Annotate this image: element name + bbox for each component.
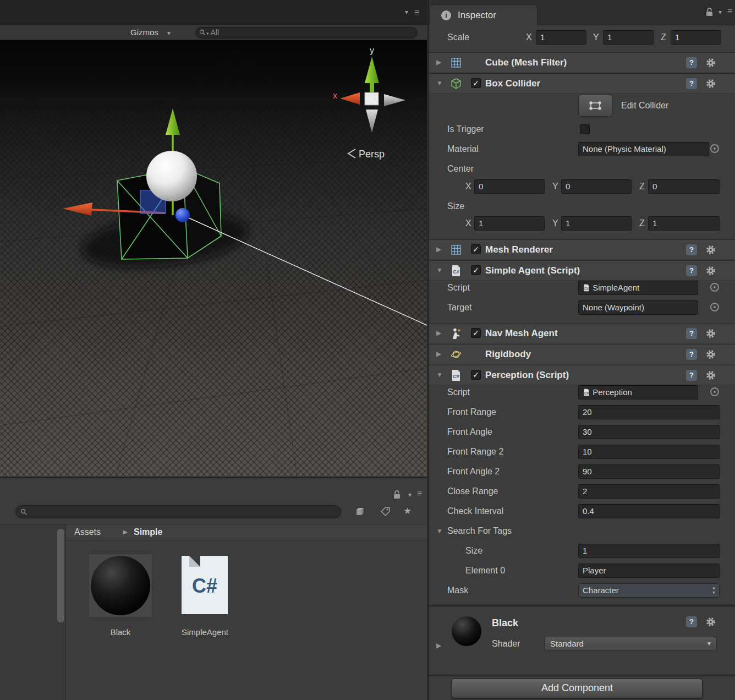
component-enabled-checkbox[interactable]: ✓ xyxy=(471,328,481,338)
gear-icon[interactable] xyxy=(706,329,716,338)
folder-tree-scrollbar[interactable] xyxy=(57,529,64,622)
persp-label[interactable]: Persp xyxy=(359,149,385,160)
foldout-closed-icon[interactable]: ▶ xyxy=(436,53,441,72)
scene-orientation-gizmo[interactable]: y x Persp xyxy=(333,46,405,160)
edit-collider-button[interactable] xyxy=(578,95,612,117)
material-foldout-icon[interactable]: ▶ xyxy=(436,638,441,653)
shader-dropdown[interactable]: Standard ▼ xyxy=(544,637,717,651)
search-by-type-icon[interactable] xyxy=(355,506,365,519)
agent-center-sphere[interactable] xyxy=(175,208,190,222)
front-range-field[interactable]: 20 xyxy=(578,405,720,419)
object-picker-icon[interactable] xyxy=(710,303,719,311)
project-search-input[interactable] xyxy=(15,505,341,518)
gear-icon[interactable] xyxy=(706,349,716,359)
gizmos-button[interactable]: Gizmos ▾ xyxy=(130,25,171,40)
save-search-star-icon[interactable]: ★ xyxy=(403,505,412,517)
front-angle-2-field[interactable]: 90 xyxy=(578,464,720,479)
project-pane-dropdown-icon[interactable]: ▾ xyxy=(408,491,412,499)
scene-search-input[interactable]: ▾All xyxy=(195,27,418,39)
help-icon[interactable]: ? xyxy=(686,57,697,68)
search-for-tags-row[interactable]: ▼ Search For Tags xyxy=(429,524,735,538)
help-icon[interactable]: ? xyxy=(686,328,697,339)
add-component-button[interactable]: Add Component xyxy=(452,679,703,698)
check-interval-field[interactable]: 0.4 xyxy=(578,504,720,518)
foldout-open-icon[interactable]: ▼ xyxy=(436,74,443,93)
scene-pane-dropdown-icon[interactable]: ▾ xyxy=(405,0,408,25)
asset-simpleagent-script[interactable]: C# xyxy=(182,556,228,614)
help-icon[interactable]: ? xyxy=(686,78,697,89)
search-by-label-icon[interactable] xyxy=(380,506,391,519)
orientation-down-cone[interactable] xyxy=(366,110,378,133)
help-icon[interactable]: ? xyxy=(686,244,697,255)
inspector-lock-icon[interactable] xyxy=(705,7,714,19)
tags-size-field[interactable]: 1 xyxy=(578,544,720,558)
component-enabled-checkbox[interactable]: ✓ xyxy=(471,78,481,88)
size-z-field[interactable]: 1 xyxy=(648,216,720,231)
project-pane-menu-icon[interactable]: ≡ xyxy=(417,489,422,499)
asset-black-material[interactable] xyxy=(89,554,152,617)
close-range-field[interactable]: 2 xyxy=(578,484,720,499)
foldout-closed-icon[interactable]: ▶ xyxy=(436,324,441,343)
gear-icon[interactable] xyxy=(706,245,716,255)
element0-field[interactable]: Player xyxy=(578,564,720,578)
foldout-open-icon[interactable]: ▼ xyxy=(436,524,443,538)
script-object-field[interactable]: C# SimpleAgent xyxy=(578,281,698,295)
help-icon[interactable]: ? xyxy=(686,616,697,627)
breadcrumb-assets[interactable]: Assets xyxy=(74,524,101,540)
center-x-field[interactable]: 0 xyxy=(474,179,545,194)
physic-material-field[interactable]: None (Physic Material) xyxy=(578,142,709,156)
front-range-2-field[interactable]: 10 xyxy=(578,445,720,459)
script-object-field[interactable]: C# Perception xyxy=(578,385,698,400)
orientation-z-cone[interactable] xyxy=(384,94,405,106)
search-filter-dropdown-icon[interactable]: ▾ xyxy=(206,31,209,36)
foldout-open-icon[interactable]: ▼ xyxy=(436,365,443,385)
help-icon[interactable]: ? xyxy=(686,370,697,381)
size-y-field[interactable]: 1 xyxy=(561,216,632,231)
scale-x-field[interactable]: 1 xyxy=(536,30,586,45)
center-z-field[interactable]: 0 xyxy=(648,179,720,194)
orientation-x-cone[interactable] xyxy=(340,92,360,105)
breadcrumb-current-folder[interactable]: Simple xyxy=(134,524,162,540)
component-header-rigidbody[interactable]: ▶ Rigidbody ? xyxy=(429,344,735,364)
foldout-closed-icon[interactable]: ▶ xyxy=(436,240,441,259)
target-object-field[interactable]: None (Waypoint) xyxy=(578,300,698,315)
material-preview-sphere[interactable] xyxy=(452,616,481,646)
orientation-y-cone[interactable] xyxy=(365,57,379,83)
component-header-mesh-filter[interactable]: ▶ Cube (Mesh Filter) ? xyxy=(429,52,735,73)
object-picker-icon[interactable] xyxy=(710,283,719,292)
scale-y-field[interactable]: 1 xyxy=(603,30,654,45)
foldout-closed-icon[interactable]: ▶ xyxy=(436,344,441,364)
help-icon[interactable]: ? xyxy=(686,265,697,276)
gear-icon[interactable] xyxy=(706,370,716,380)
gear-icon[interactable] xyxy=(706,617,716,627)
mask-dropdown[interactable]: Character ▲▼ xyxy=(578,583,720,598)
front-angle-field[interactable]: 30 xyxy=(578,425,720,439)
sphere-object[interactable] xyxy=(146,151,197,201)
scene-canvas[interactable]: y x Persp xyxy=(0,40,427,477)
component-header-perception[interactable]: ▼ C# ✓ Perception (Script) ? xyxy=(429,365,735,385)
component-enabled-checkbox[interactable]: ✓ xyxy=(471,244,481,254)
gear-icon[interactable] xyxy=(706,79,716,89)
inspector-pane-dropdown-icon[interactable]: ▾ xyxy=(718,8,722,16)
object-picker-icon[interactable] xyxy=(710,387,719,396)
scale-z-field[interactable]: 1 xyxy=(671,30,721,45)
component-header-mesh-renderer[interactable]: ▶ ✓ Mesh Renderer ? xyxy=(429,239,735,260)
move-gizmo-y-cone[interactable] xyxy=(166,108,180,135)
gear-icon[interactable] xyxy=(706,266,716,276)
component-enabled-checkbox[interactable]: ✓ xyxy=(471,370,481,380)
inspector-tab[interactable]: i Inspector xyxy=(430,4,537,25)
size-x-field[interactable]: 1 xyxy=(474,216,545,231)
is-trigger-checkbox[interactable] xyxy=(580,124,590,134)
center-y-field[interactable]: 0 xyxy=(561,179,632,194)
component-header-simple-agent[interactable]: ▼ C# ✓ Simple Agent (Script) ? xyxy=(429,260,735,281)
foldout-open-icon[interactable]: ▼ xyxy=(436,261,443,280)
gear-icon[interactable] xyxy=(706,58,716,68)
project-lock-icon[interactable] xyxy=(393,490,401,501)
object-picker-icon[interactable] xyxy=(710,144,719,153)
orientation-center-cube[interactable] xyxy=(365,92,379,105)
component-header-nav-mesh-agent[interactable]: ▶ ✓ Nav Mesh Agent ? xyxy=(429,323,735,343)
scene-pane-menu-icon[interactable]: ≡ xyxy=(414,0,419,25)
inspector-pane-menu-icon[interactable]: ≡ xyxy=(727,7,732,17)
component-header-box-collider[interactable]: ▼ ✓ Box Collider ? xyxy=(429,73,735,94)
component-enabled-checkbox[interactable]: ✓ xyxy=(471,265,481,275)
